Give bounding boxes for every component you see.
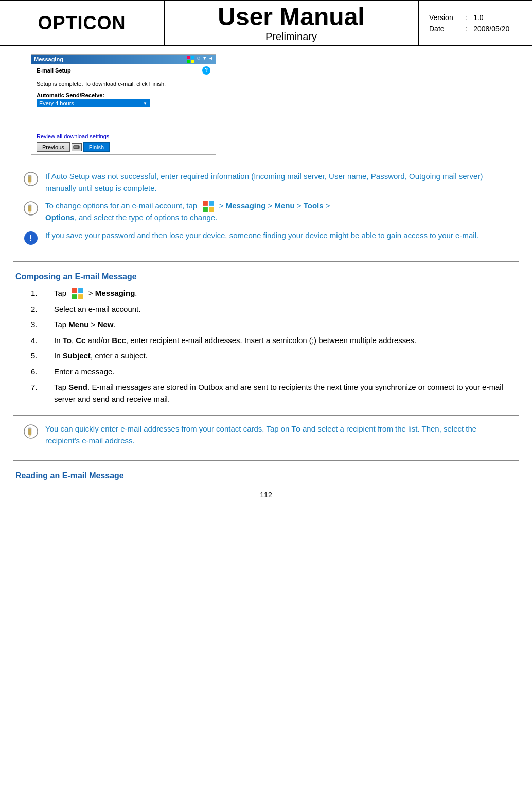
screenshot-subtitle: E-mail Setup ? xyxy=(37,66,210,75)
svg-rect-20 xyxy=(72,288,77,293)
note-line-1: If Auto Setup was not successful, enter … xyxy=(24,171,508,194)
screenshot-auto-label: Automatic Send/Receive: xyxy=(37,92,210,98)
step-number: 2. xyxy=(31,303,54,315)
step-number: 4. xyxy=(31,335,54,347)
note-text-3: If you save your password and then lose … xyxy=(45,230,508,242)
review-link[interactable]: Review all download settings xyxy=(37,133,210,139)
previous-button[interactable]: Previous xyxy=(37,142,70,152)
svg-rect-15 xyxy=(209,201,214,206)
screenshot-titlebar-icons: ☺ ▼ ◄ xyxy=(187,56,213,63)
screenshot-icon-speaker: ◄ xyxy=(208,56,213,63)
list-item: 2. Select an e-mail account. xyxy=(31,303,517,315)
keyboard-icon: ⌨ xyxy=(72,143,82,151)
win-icon-inline xyxy=(203,201,214,212)
reading-section-title: Reading an E-mail Message xyxy=(15,471,517,480)
screenshot-icon-arrow: ▼ xyxy=(202,56,207,63)
svg-rect-16 xyxy=(203,207,208,212)
svg-rect-23 xyxy=(78,294,83,299)
step-content: In To, Cc and/or Bcc, enter recipient e-… xyxy=(54,335,517,347)
document-title: User Manual Preliminary xyxy=(165,1,419,45)
warning-icon: ! xyxy=(24,231,40,247)
step-number: 5. xyxy=(31,350,54,362)
dropdown-arrow-icon: ▼ xyxy=(143,101,147,106)
screenshot-titlebar: Messaging ☺ ▼ ◄ xyxy=(31,55,216,64)
win-icon-step1 xyxy=(72,288,83,299)
screenshot-title: Messaging xyxy=(34,56,63,62)
step-number: 1. xyxy=(31,288,54,299)
screenshot-dropdown[interactable]: Every 4 hours ▼ xyxy=(37,99,150,107)
list-item: 6. Enter a message. xyxy=(31,366,517,378)
step-content: Tap Menu > New. xyxy=(54,319,517,331)
note-text-2: To change options for an e-mail account,… xyxy=(45,200,508,224)
step-number: 6. xyxy=(31,366,54,378)
version-info: Version : 1.0 Date : 2008/05/20 xyxy=(419,1,532,45)
screenshot-dropdown-value: Every 4 hours xyxy=(39,100,74,106)
company-logo: OPTICON xyxy=(0,1,165,45)
svg-rect-14 xyxy=(203,201,208,206)
svg-rect-1 xyxy=(191,56,194,59)
page-number: 112 xyxy=(0,491,532,499)
list-item: 4. In To, Cc and/or Bcc, enter recipient… xyxy=(31,335,517,347)
pencil-icon-1 xyxy=(24,172,40,188)
step-content: In Subject, enter a subject. xyxy=(54,350,517,362)
svg-text:!: ! xyxy=(29,234,32,242)
step-content: Tap > Messaging. xyxy=(54,288,517,299)
composing-steps-list: 1. Tap > Messaging. 2. Select an e-mail … xyxy=(31,288,517,405)
date-colon: : xyxy=(464,24,471,34)
pencil-icon-3 xyxy=(24,424,40,441)
step-content: Enter a message. xyxy=(54,366,517,378)
step-number: 3. xyxy=(31,319,54,331)
svg-marker-26 xyxy=(28,435,31,437)
svg-rect-21 xyxy=(78,288,83,293)
note-box-1: If Auto Setup was not successful, enter … xyxy=(13,163,519,262)
note-line-2: To change options for an e-mail account,… xyxy=(24,200,508,224)
screenshot-setup-text: Setup is complete. To download e-mail, c… xyxy=(37,80,210,88)
svg-rect-17 xyxy=(209,207,214,212)
title-sub: Preliminary xyxy=(265,31,317,43)
device-screenshot: Messaging ☺ ▼ ◄ E-mail Setup ? Setup is … xyxy=(31,54,216,155)
svg-rect-22 xyxy=(72,294,77,299)
reading-section: Reading an E-mail Message xyxy=(15,471,517,480)
version-value: 1.0 xyxy=(472,12,523,23)
windows-start-icon xyxy=(187,56,194,63)
note-line-4: You can quickly enter e-mail addresses f… xyxy=(24,423,508,446)
composing-section: Composing an E-mail Message 1. Tap > Mes… xyxy=(15,272,517,405)
step-number: 7. xyxy=(31,382,54,405)
version-colon: : xyxy=(464,12,471,23)
page-header: OPTICON User Manual Preliminary Version … xyxy=(0,0,532,46)
svg-marker-6 xyxy=(28,182,31,185)
note-text-4: You can quickly enter e-mail addresses f… xyxy=(45,423,508,446)
composing-section-title: Composing an E-mail Message xyxy=(15,272,517,281)
svg-marker-11 xyxy=(28,211,31,214)
finish-button[interactable]: Finish xyxy=(83,142,110,152)
screenshot-icon-signal: ☺ xyxy=(196,56,201,63)
note-text-1: If Auto Setup was not successful, enter … xyxy=(45,171,508,194)
svg-rect-0 xyxy=(187,56,190,59)
date-value: 2008/05/20 xyxy=(472,24,523,34)
date-label: Date xyxy=(428,24,463,34)
svg-rect-3 xyxy=(191,60,194,63)
list-item: 3. Tap Menu > New. xyxy=(31,319,517,331)
step-content: Tap Send. E-mail messages are stored in … xyxy=(54,382,517,405)
pencil-icon-2 xyxy=(24,201,40,218)
title-main: User Manual xyxy=(218,4,364,31)
svg-rect-2 xyxy=(187,60,190,63)
list-item: 1. Tap > Messaging. xyxy=(31,288,517,299)
screenshot-body: E-mail Setup ? Setup is complete. To dow… xyxy=(31,64,216,154)
screenshot-buttons: Previous ⌨ Finish xyxy=(37,142,210,152)
help-icon: ? xyxy=(202,66,210,75)
list-item: 5. In Subject, enter a subject. xyxy=(31,350,517,362)
svg-rect-12 xyxy=(28,205,31,206)
note-line-3: ! If you save your password and then los… xyxy=(24,230,508,247)
svg-rect-7 xyxy=(28,175,31,177)
list-item: 7. Tap Send. E-mail messages are stored … xyxy=(31,382,517,405)
svg-rect-27 xyxy=(28,428,31,429)
version-label: Version xyxy=(428,12,463,23)
note-box-2: You can quickly enter e-mail addresses f… xyxy=(13,415,519,461)
step-content: Select an e-mail account. xyxy=(54,303,517,315)
